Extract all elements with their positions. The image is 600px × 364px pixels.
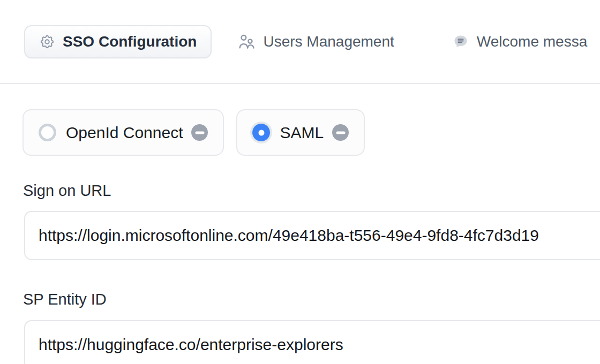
tab-label: Welcome messa [477,33,587,51]
protocol-label: OpenId Connect [66,125,183,141]
tab-label: SSO Configuration [63,33,197,51]
sso-protocol-selector: OpenId Connect SAML [22,109,600,156]
sp-entity-id-label: SP Entity ID [23,290,600,308]
gear-icon [39,34,55,50]
radio-saml[interactable] [252,124,270,141]
tab-sso-configuration[interactable]: SSO Configuration [24,25,212,58]
protocol-option-saml[interactable]: SAML [236,109,365,156]
speech-bubble-icon [452,33,469,50]
sp-entity-id-input[interactable] [24,320,600,364]
protocol-option-openid-connect[interactable]: OpenId Connect [22,109,224,156]
minus-circle-icon[interactable] [191,124,208,141]
sign-on-url-input[interactable] [24,211,600,260]
minus-circle-icon[interactable] [332,124,349,141]
tab-label: Users Management [263,33,394,51]
protocol-label: SAML [280,125,324,141]
sign-on-url-label: Sign on URL [23,181,600,200]
radio-openid-connect[interactable] [39,124,56,141]
users-icon [237,33,256,51]
tab-welcome-message[interactable]: Welcome messa [452,33,587,51]
tab-users-management[interactable]: Users Management [237,33,394,51]
settings-tab-bar: SSO Configuration Users Management [0,0,600,84]
